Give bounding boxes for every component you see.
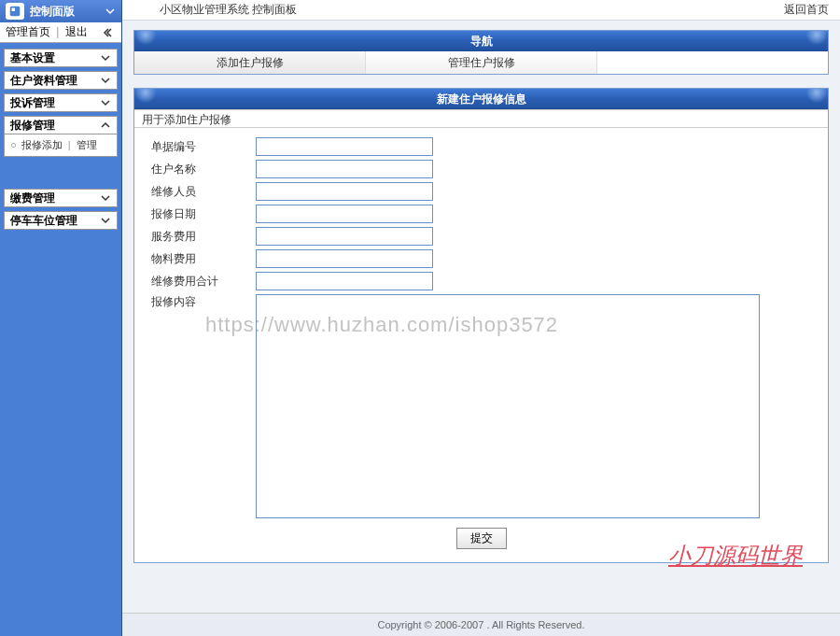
label-service-fee: 服务费用 xyxy=(144,229,256,245)
menu-basic-settings[interactable]: 基本设置 xyxy=(4,49,118,67)
footer: Copyright © 2006-2007 . All Rights Reser… xyxy=(122,613,840,636)
label-total-fee: 维修费用合计 xyxy=(144,274,256,290)
menu-resident-info[interactable]: 住户资料管理 xyxy=(4,71,118,90)
nav-panel-title: 导航 xyxy=(134,31,828,51)
nav-panel: 导航 添加住户报修 管理住户报修 xyxy=(133,30,829,75)
chevron-up-icon xyxy=(100,120,111,131)
input-service-fee[interactable] xyxy=(256,227,433,246)
control-panel-icon xyxy=(6,3,24,20)
chevron-down-icon[interactable] xyxy=(105,6,116,17)
menu-repair[interactable]: 报修管理 xyxy=(4,116,118,134)
nav-tabs: 添加住户报修 管理住户报修 xyxy=(134,51,828,74)
input-repair-date[interactable] xyxy=(256,205,433,223)
menu-label: 停车车位管理 xyxy=(10,213,77,229)
separator: | xyxy=(56,25,59,38)
chevron-down-icon xyxy=(100,97,111,108)
menu-label: 缴费管理 xyxy=(10,191,55,206)
label-content: 报修内容 xyxy=(144,294,256,310)
label-material-fee: 物料费用 xyxy=(144,251,256,267)
menu-complaint[interactable]: 投诉管理 xyxy=(4,93,118,112)
tab-empty xyxy=(597,51,828,74)
sidebar-quick-links: 管理首页 | 退出 xyxy=(0,22,121,43)
sidebar: 控制面版 管理首页 | 退出 基本设置 住户资料管理 xyxy=(0,0,121,636)
chevron-down-icon xyxy=(100,215,111,226)
chevron-down-icon xyxy=(100,192,111,204)
menu-label: 基本设置 xyxy=(10,50,55,66)
submenu-repair-manage[interactable]: 管理 xyxy=(77,139,97,150)
input-total-fee[interactable] xyxy=(256,272,433,290)
bullet-icon: ○ xyxy=(10,139,17,150)
tab-manage-repair[interactable]: 管理住户报修 xyxy=(366,51,597,74)
separator: | xyxy=(68,139,71,150)
textarea-content[interactable] xyxy=(256,294,760,518)
menu-repair-submenu: ○ 报修添加 | 管理 xyxy=(4,134,118,157)
sidebar-header: 控制面版 xyxy=(0,0,121,22)
input-resident-name[interactable] xyxy=(256,160,433,178)
label-repairman: 维修人员 xyxy=(144,184,256,200)
form-panel-title: 新建住户报修信息 xyxy=(134,89,828,109)
tab-add-repair[interactable]: 添加住户报修 xyxy=(134,51,366,74)
breadcrumb: 小区物业管理系统 控制面板 xyxy=(160,2,784,18)
menu-label: 报修管理 xyxy=(10,118,55,134)
chevron-down-icon xyxy=(100,75,111,86)
logout-link[interactable]: 退出 xyxy=(65,25,88,38)
menu-label: 住户资料管理 xyxy=(10,73,77,89)
svg-rect-1 xyxy=(12,8,16,12)
label-resident-name: 住户名称 xyxy=(144,162,256,177)
submenu-repair-add[interactable]: 报修添加 xyxy=(21,139,63,150)
form-body: 单据编号 住户名称 维修人员 报修日期 xyxy=(134,128,828,562)
form-panel: 新建住户报修信息 用于添加住户报修 单据编号 住户名称 维修人员 xyxy=(133,88,829,563)
input-repairman[interactable] xyxy=(256,182,433,201)
chevron-down-icon xyxy=(100,52,111,64)
back-home-link[interactable]: 返回首页 xyxy=(784,2,829,18)
collapse-left-icon[interactable] xyxy=(103,26,116,39)
label-repair-date: 报修日期 xyxy=(144,206,256,222)
menu-label: 投诉管理 xyxy=(10,95,55,111)
submit-button[interactable]: 提交 xyxy=(456,528,507,549)
main-area: 小区物业管理系统 控制面板 返回首页 导航 添加住户报修 管理住户报修 新建住户… xyxy=(121,0,840,636)
content-area: 导航 添加住户报修 管理住户报修 新建住户报修信息 用于添加住户报修 单据编号 … xyxy=(122,21,840,613)
label-order-no: 单据编号 xyxy=(144,139,256,155)
top-bar: 小区物业管理系统 控制面板 返回首页 xyxy=(122,0,840,21)
sidebar-menu: 基本设置 住户资料管理 投诉管理 报修管理 xyxy=(0,43,121,636)
form-hint: 用于添加住户报修 xyxy=(134,109,828,128)
control-panel-title: 控制面版 xyxy=(30,4,105,20)
admin-home-link[interactable]: 管理首页 xyxy=(6,25,50,38)
input-order-no[interactable] xyxy=(256,137,433,156)
menu-parking[interactable]: 停车车位管理 xyxy=(4,211,118,230)
menu-payment[interactable]: 缴费管理 xyxy=(4,189,118,207)
input-material-fee[interactable] xyxy=(256,249,433,268)
